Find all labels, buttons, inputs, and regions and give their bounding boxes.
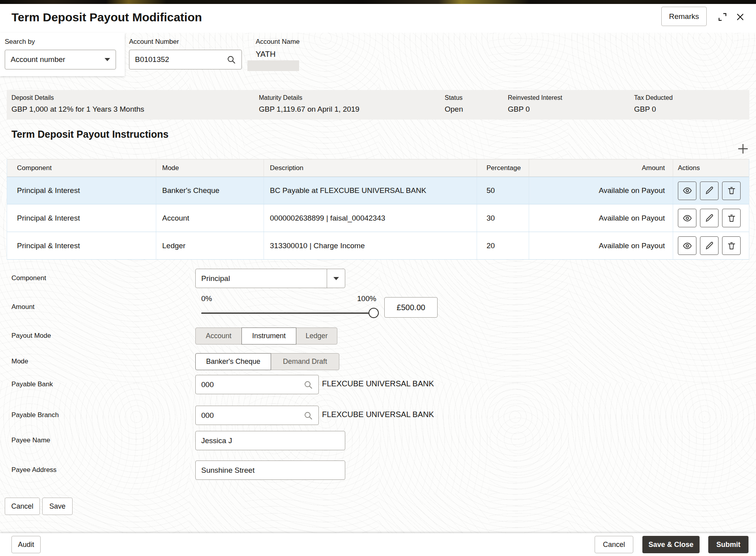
account-name-highlight [247, 60, 299, 71]
expand-button[interactable] [715, 10, 730, 24]
slider-min-label: 0% [201, 294, 212, 303]
payable-bank-value: 000 [201, 380, 303, 389]
payout-mode-toggle: Account Instrument Ledger [195, 328, 337, 344]
eye-icon [683, 186, 692, 195]
delete-button[interactable] [722, 209, 741, 227]
footer-cancel-button[interactable]: Cancel [595, 536, 633, 553]
trash-icon [727, 213, 736, 223]
col-header-description: Description [264, 159, 477, 176]
table-row[interactable]: Principal & Interest Ledger 313300010 | … [7, 232, 749, 260]
cell-amount: Available on Payout [529, 177, 673, 204]
col-header-mode: Mode [156, 159, 264, 176]
background-pattern [0, 4, 756, 556]
cell-percentage: 50 [477, 177, 529, 204]
expand-icon [717, 12, 728, 22]
cell-mode: Ledger [156, 232, 264, 259]
trash-icon [727, 241, 736, 251]
payee-name-label: Payee Name [11, 436, 50, 444]
amount-slider-handle[interactable] [369, 308, 379, 318]
pencil-icon [705, 241, 714, 251]
delete-button[interactable] [722, 236, 741, 255]
col-header-component: Component [7, 159, 156, 176]
page-title: Term Deposit Payout Modification [11, 11, 202, 24]
table-row[interactable]: Principal & Interest Banker's Cheque BC … [7, 177, 749, 204]
payout-instructions-table: Component Mode Description Percentage Am… [7, 159, 749, 260]
view-button[interactable] [678, 182, 696, 200]
table-header-row: Component Mode Description Percentage Am… [7, 159, 749, 177]
cell-component: Principal & Interest [7, 232, 156, 259]
payable-bank-input[interactable]: 000 [195, 375, 319, 394]
payable-bank-label: Payable Bank [11, 380, 53, 388]
close-icon [735, 12, 745, 22]
payable-branch-value: 000 [201, 411, 303, 420]
amount-value: £500.00 [397, 303, 425, 312]
search-icon[interactable] [303, 380, 313, 389]
payout-mode-ledger[interactable]: Ledger [296, 328, 337, 344]
amount-value-box[interactable]: £500.00 [384, 297, 438, 318]
payout-mode-instrument[interactable]: Instrument [241, 328, 296, 344]
view-button[interactable] [678, 209, 696, 227]
chevron-down-icon [333, 277, 339, 280]
save-and-close-button[interactable]: Save & Close [642, 536, 700, 553]
amount-slider-track[interactable] [201, 313, 379, 314]
component-select[interactable]: Principal [195, 269, 345, 288]
edit-button[interactable] [700, 182, 719, 200]
search-icon[interactable] [303, 411, 313, 420]
eye-icon [683, 241, 692, 251]
payee-address-value: Sunshine Street [201, 466, 254, 475]
payee-name-input[interactable]: Jessica J [195, 431, 345, 450]
eye-icon [683, 213, 692, 223]
payee-address-input[interactable]: Sunshine Street [195, 461, 345, 480]
edit-button[interactable] [700, 209, 719, 227]
account-number-label: Account Number [129, 38, 179, 46]
close-button[interactable] [733, 10, 747, 24]
payee-address-label: Payee Address [11, 466, 56, 474]
submit-button[interactable]: Submit [708, 536, 749, 553]
section-title: Term Deposit Payout Instructions [11, 129, 168, 140]
search-by-value: Account number [11, 55, 105, 64]
background-banner [0, 0, 756, 4]
cell-mode: Account [156, 204, 264, 232]
delete-button[interactable] [722, 182, 741, 200]
plus-icon [737, 142, 749, 155]
account-name-value: YATH [256, 50, 275, 59]
view-button[interactable] [678, 236, 696, 255]
table-row[interactable]: Principal & Interest Account 00000026388… [7, 204, 749, 232]
mode-bankers-cheque[interactable]: Banker's Cheque [195, 353, 271, 370]
trash-icon [727, 186, 736, 195]
cell-percentage: 30 [477, 204, 529, 232]
cell-actions [673, 177, 749, 204]
chevron-down-icon [105, 58, 110, 61]
summary-reinvested-interest: Reinvested Interest GBP 0 [508, 94, 562, 114]
mode-label: Mode [11, 358, 28, 365]
slider-max-label: 100% [357, 294, 376, 303]
col-header-amount: Amount [529, 159, 673, 176]
payable-branch-name: FLEXCUBE UNIVERSAL BANK [322, 410, 434, 419]
payout-mode-account[interactable]: Account [195, 328, 242, 344]
form-save-button[interactable]: Save [42, 498, 73, 515]
mode-demand-draft[interactable]: Demand Draft [271, 353, 339, 370]
form-cancel-button[interactable]: Cancel [5, 498, 40, 515]
payable-branch-input[interactable]: 000 [195, 406, 319, 425]
component-value: Principal [201, 274, 327, 283]
payable-branch-label: Payable Branch [11, 411, 59, 419]
account-number-input[interactable]: B0101352 [129, 50, 242, 69]
component-select-chevron-button[interactable] [327, 269, 345, 288]
cell-description: 313300010 | Charge Income [264, 232, 477, 259]
search-icon[interactable] [226, 55, 236, 64]
search-by-select[interactable]: Account number [5, 50, 116, 69]
deposit-summary-strip: Deposit Details GBP 1,000 at 12% for 1 Y… [7, 90, 749, 120]
remarks-button[interactable]: Remarks [661, 7, 707, 26]
cell-description: BC Payable at FLEXCUBE UNIVERSAL BANK [264, 177, 477, 204]
cell-description: 0000002638899 | faisal_00042343 [264, 204, 477, 232]
col-header-percentage: Percentage [477, 159, 529, 176]
cell-actions [673, 204, 749, 232]
account-number-value: B0101352 [135, 55, 226, 64]
summary-deposit-details: Deposit Details GBP 1,000 at 12% for 1 Y… [11, 94, 144, 114]
search-by-label: Search by [5, 38, 35, 46]
add-instruction-button[interactable] [735, 141, 750, 156]
account-name-label: Account Name [256, 38, 300, 46]
edit-button[interactable] [700, 236, 719, 255]
col-header-actions: Actions [673, 159, 749, 176]
audit-button[interactable]: Audit [11, 536, 41, 553]
